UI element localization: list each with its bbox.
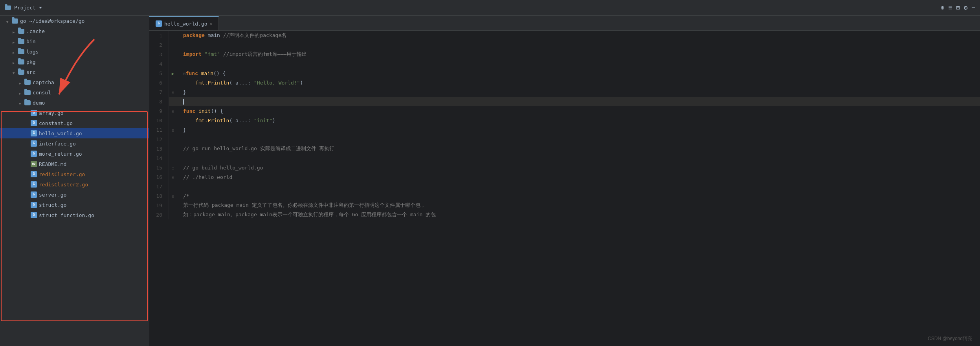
sidebar-item-captcha[interactable]: captcha (0, 77, 149, 87)
line-gutter: ⊟ (169, 125, 177, 134)
folder-icon-src (18, 70, 24, 75)
line-gutter: ⊟ (169, 106, 177, 116)
project-dropdown-icon[interactable] (39, 7, 42, 9)
sidebar-item-demo[interactable]: demo (0, 98, 149, 108)
line-content: 第一行代码 package main 定义了了包名。你必须在源文件中非注释的第一… (177, 201, 980, 210)
code-line-13: 13 // go run hello_world.go 实际是编译成二进制文件 … (149, 144, 980, 153)
line-gutter: ▶ (169, 68, 177, 78)
line-number: 15 (149, 163, 169, 172)
line-gutter (169, 153, 177, 163)
sidebar-item-cache[interactable]: .cache (0, 26, 149, 36)
line-content: // go run hello_world.go 实际是编译成二进制文件 再执行 (177, 144, 980, 153)
sidebar-item-struct-go[interactable]: G struct.go (0, 200, 149, 210)
sidebar-item-server-go[interactable]: G server.go (0, 190, 149, 200)
sidebar-cache-label: .cache (26, 28, 45, 34)
line-number: 5 (149, 68, 169, 78)
line-number: 10 (149, 116, 169, 125)
line-number: 4 (149, 59, 169, 68)
sidebar-constant-go-label: constant.go (39, 120, 73, 126)
sidebar-item-hello-world-go[interactable]: G hello_world.go (0, 128, 149, 138)
sidebar-item-consul[interactable]: consul (0, 87, 149, 98)
sidebar-interface-go-label: interface.go (39, 141, 76, 147)
line-gutter (169, 134, 177, 144)
folder-icon-bin (18, 39, 24, 44)
code-line-4: 4 (149, 59, 980, 68)
sidebar-root-go[interactable]: go ~/ideaWorkspace/go (0, 16, 149, 26)
sidebar-item-rediscluster2-go[interactable]: G redisCluster2.go (0, 179, 149, 190)
sidebar-more-return-go-label: more_return.go (39, 151, 82, 157)
sidebar-item-struct-function-go[interactable]: G struct_function.go (0, 210, 149, 220)
sidebar-item-rediscluster-go[interactable]: G redisCluster.go (0, 169, 149, 179)
line-gutter (169, 144, 177, 153)
line-number: 12 (149, 134, 169, 144)
sidebar-item-array-go[interactable]: G array.go (0, 108, 149, 118)
sidebar-item-bin[interactable]: bin (0, 36, 149, 46)
title-toolbar: ⊕ ≡ ⊟ ⚙ − (941, 4, 975, 11)
code-line-11: 11 ⊟ } (149, 125, 980, 134)
line-number: 9 (149, 106, 169, 116)
code-line-10: 10 fmt.Println( a...: "init") (149, 116, 980, 125)
line-gutter (169, 182, 177, 191)
minimize-icon[interactable]: − (971, 4, 975, 11)
line-content: package main //声明本文件的package名 (177, 31, 980, 40)
sidebar-consul-label: consul (33, 90, 51, 96)
sidebar-struct-function-go-label: struct_function.go (39, 212, 94, 218)
tab-bar: G hello_world.go × (149, 16, 980, 31)
go-file-icon: G (31, 191, 37, 198)
sidebar-item-src[interactable]: src (0, 67, 149, 77)
sidebar-item-readme-md[interactable]: MD README.md (0, 159, 149, 169)
collapse-icon[interactable]: ⊟ (956, 4, 960, 11)
align-icon[interactable]: ≡ (948, 4, 952, 11)
run-button[interactable]: ▶ (172, 71, 174, 76)
sidebar-item-more-return-go[interactable]: G more_return.go (0, 149, 149, 159)
chevron-right-icon (19, 90, 24, 95)
sidebar-readme-md-label: README.md (39, 161, 66, 167)
line-number: 3 (149, 50, 169, 59)
line-content: // ./hello_world (177, 172, 980, 182)
line-content: // go build hello_world.go (177, 163, 980, 172)
sidebar-captcha-label: captcha (33, 79, 54, 85)
line-gutter (169, 78, 177, 87)
settings-icon[interactable]: ⚙ (964, 4, 968, 11)
tab-hello-world-go[interactable]: G hello_world.go × (149, 16, 219, 30)
line-content (177, 59, 980, 68)
line-content (177, 40, 980, 50)
line-gutter: ⊟ (169, 163, 177, 172)
folder-icon-consul (24, 90, 31, 95)
add-content-icon[interactable]: ⊕ (941, 4, 945, 11)
folder-icon-pkg (18, 59, 24, 64)
go-file-icon: G (31, 120, 37, 126)
line-gutter (169, 59, 177, 68)
sidebar-rediscluster-go-label: redisCluster.go (39, 171, 85, 177)
sidebar-item-interface-go[interactable]: G interface.go (0, 138, 149, 149)
sidebar-item-constant-go[interactable]: G constant.go (0, 118, 149, 128)
line-gutter (169, 97, 177, 106)
code-editor[interactable]: 1 package main //声明本文件的package名 2 3 (149, 31, 980, 346)
tab-close-button[interactable]: × (210, 21, 213, 26)
line-number: 17 (149, 182, 169, 191)
line-gutter (169, 50, 177, 59)
title-bar: Project ⊕ ≡ ⊟ ⚙ − (0, 0, 980, 16)
line-content (177, 97, 980, 106)
sidebar-item-pkg[interactable]: pkg (0, 57, 149, 67)
sidebar-item-logs[interactable]: logs (0, 46, 149, 57)
code-line-18: 18 ⊟ /* (149, 191, 980, 201)
sidebar-hello-world-go-label: hello_world.go (39, 131, 82, 136)
code-line-20: 20 如：package main。package main表示一个可独立执行的… (149, 210, 980, 219)
code-line-14: 14 (149, 153, 980, 163)
code-line-1: 1 package main //声明本文件的package名 (149, 31, 980, 40)
line-gutter: ⊟ (169, 172, 177, 182)
sidebar-demo-label: demo (33, 100, 45, 106)
project-label[interactable]: Project (14, 5, 36, 11)
sidebar-src-label: src (26, 69, 35, 75)
code-line-16: 16 ⊟ // ./hello_world (149, 172, 980, 182)
chevron-right-icon (19, 80, 24, 85)
line-gutter: ⊟ (169, 87, 177, 97)
line-gutter (169, 40, 177, 50)
go-file-icon: G (31, 212, 37, 218)
line-content: fmt.Println( a...: "Hello, World!") (177, 78, 980, 87)
md-file-icon: MD (31, 161, 37, 167)
code-line-19: 19 第一行代码 package main 定义了了包名。你必须在源文件中非注释… (149, 201, 980, 210)
folder-icon-cache (18, 29, 24, 34)
line-gutter (169, 201, 177, 210)
